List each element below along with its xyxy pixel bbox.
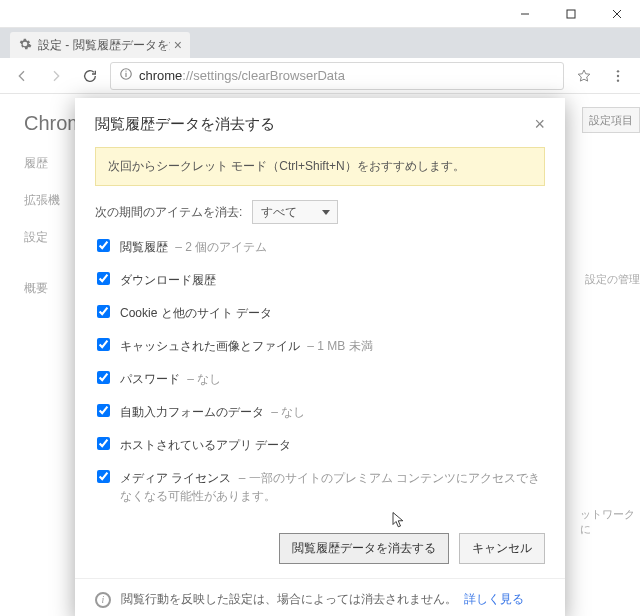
- minimize-button[interactable]: [502, 0, 548, 28]
- incognito-suggestion-banner: 次回からシークレット モード（Ctrl+Shift+N）をおすすめします。: [95, 147, 545, 186]
- checkbox-cookies[interactable]: Cookie と他のサイト データ: [97, 304, 545, 322]
- window-titlebar: [0, 0, 640, 28]
- maximize-button[interactable]: [548, 0, 594, 28]
- checkbox-input[interactable]: [97, 437, 110, 450]
- clear-items-list: 閲覧履歴 – 2 個のアイテム ダウンロード履歴 Cookie と他のサイト デ…: [95, 238, 545, 505]
- dialog-title: 閲覧履歴データを消去する: [95, 115, 534, 134]
- dialog-footer: i 閲覧行動を反映した設定は、場合によっては消去されません。 詳しく見る: [75, 578, 565, 616]
- tab-strip: 設定 - 閲覧履歴データを消 ×: [0, 28, 640, 58]
- checkbox-autofill[interactable]: 自動入力フォームのデータ – なし: [97, 403, 545, 421]
- checkbox-media-licenses[interactable]: メディア ライセンス – 一部のサイトのプレミアム コンテンツにアクセスできなく…: [97, 469, 545, 505]
- checkbox-input[interactable]: [97, 404, 110, 417]
- checkbox-input[interactable]: [97, 239, 110, 252]
- window-close-button[interactable]: [594, 0, 640, 28]
- checkbox-input[interactable]: [97, 338, 110, 351]
- checkbox-input[interactable]: [97, 305, 110, 318]
- checkbox-browsing-history[interactable]: 閲覧履歴 – 2 個のアイテム: [97, 238, 545, 256]
- svg-rect-1: [567, 10, 575, 18]
- checkbox-input[interactable]: [97, 371, 110, 384]
- modal-overlay: 閲覧履歴データを消去する × 次回からシークレット モード（Ctrl+Shift…: [0, 58, 640, 616]
- info-icon: i: [95, 592, 111, 608]
- clear-data-button[interactable]: 閲覧履歴データを消去する: [279, 533, 449, 564]
- learn-more-link[interactable]: 詳しく見る: [464, 592, 524, 606]
- checkbox-cache[interactable]: キャッシュされた画像とファイル – 1 MB 未満: [97, 337, 545, 355]
- clear-browsing-data-dialog: 閲覧履歴データを消去する × 次回からシークレット モード（Ctrl+Shift…: [75, 98, 565, 616]
- cancel-button[interactable]: キャンセル: [459, 533, 545, 564]
- checkbox-input[interactable]: [97, 272, 110, 285]
- tab-title: 設定 - 閲覧履歴データを消: [38, 37, 170, 54]
- checkbox-passwords[interactable]: パスワード – なし: [97, 370, 545, 388]
- checkbox-download-history[interactable]: ダウンロード履歴: [97, 271, 545, 289]
- dialog-close-button[interactable]: ×: [534, 114, 545, 135]
- period-label: 次の期間のアイテムを消去:: [95, 204, 242, 221]
- gear-icon: [18, 37, 32, 54]
- browser-tab[interactable]: 設定 - 閲覧履歴データを消 ×: [10, 32, 190, 58]
- period-select[interactable]: すべて: [252, 200, 338, 224]
- checkbox-input[interactable]: [97, 470, 110, 483]
- checkbox-hosted-apps[interactable]: ホストされているアプリ データ: [97, 436, 545, 454]
- footer-text: 閲覧行動を反映した設定は、場合によっては消去されません。: [121, 592, 457, 606]
- tab-close-icon[interactable]: ×: [174, 37, 182, 53]
- period-select-value: すべて: [261, 204, 297, 221]
